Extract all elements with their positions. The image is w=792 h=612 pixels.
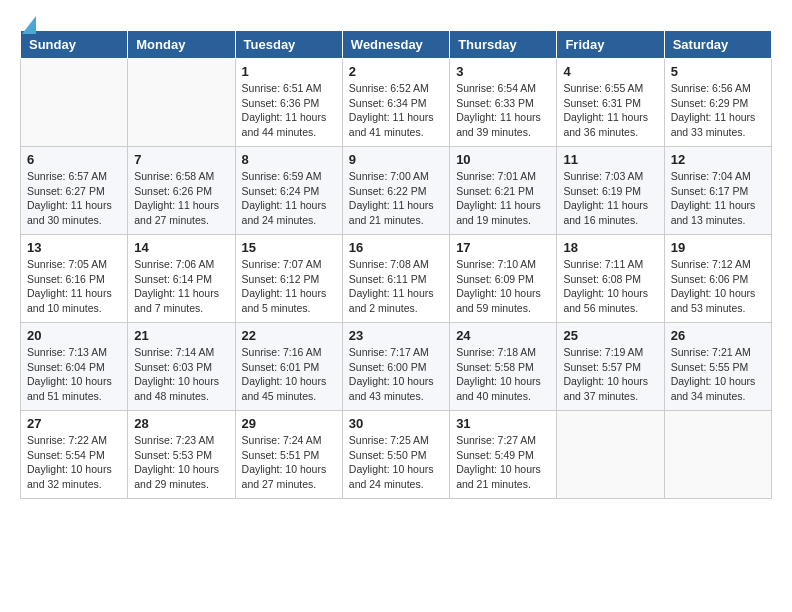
day-number: 24 <box>456 328 550 343</box>
day-number: 7 <box>134 152 228 167</box>
day-number: 16 <box>349 240 443 255</box>
day-info: Sunrise: 7:12 AM Sunset: 6:06 PM Dayligh… <box>671 257 765 316</box>
day-info: Sunrise: 7:08 AM Sunset: 6:11 PM Dayligh… <box>349 257 443 316</box>
week-row-1: 1Sunrise: 6:51 AM Sunset: 6:36 PM Daylig… <box>21 59 772 147</box>
day-info: Sunrise: 6:54 AM Sunset: 6:33 PM Dayligh… <box>456 81 550 140</box>
calendar-cell: 7Sunrise: 6:58 AM Sunset: 6:26 PM Daylig… <box>128 147 235 235</box>
calendar-cell: 18Sunrise: 7:11 AM Sunset: 6:08 PM Dayli… <box>557 235 664 323</box>
day-number: 4 <box>563 64 657 79</box>
calendar-cell: 17Sunrise: 7:10 AM Sunset: 6:09 PM Dayli… <box>450 235 557 323</box>
day-number: 15 <box>242 240 336 255</box>
day-info: Sunrise: 7:22 AM Sunset: 5:54 PM Dayligh… <box>27 433 121 492</box>
day-info: Sunrise: 6:51 AM Sunset: 6:36 PM Dayligh… <box>242 81 336 140</box>
day-info: Sunrise: 7:24 AM Sunset: 5:51 PM Dayligh… <box>242 433 336 492</box>
day-number: 30 <box>349 416 443 431</box>
calendar-cell: 15Sunrise: 7:07 AM Sunset: 6:12 PM Dayli… <box>235 235 342 323</box>
calendar-cell: 20Sunrise: 7:13 AM Sunset: 6:04 PM Dayli… <box>21 323 128 411</box>
day-number: 5 <box>671 64 765 79</box>
calendar-cell: 11Sunrise: 7:03 AM Sunset: 6:19 PM Dayli… <box>557 147 664 235</box>
day-number: 29 <box>242 416 336 431</box>
day-info: Sunrise: 7:14 AM Sunset: 6:03 PM Dayligh… <box>134 345 228 404</box>
calendar-cell: 8Sunrise: 6:59 AM Sunset: 6:24 PM Daylig… <box>235 147 342 235</box>
calendar-cell: 28Sunrise: 7:23 AM Sunset: 5:53 PM Dayli… <box>128 411 235 499</box>
week-row-4: 20Sunrise: 7:13 AM Sunset: 6:04 PM Dayli… <box>21 323 772 411</box>
weekday-header-monday: Monday <box>128 31 235 59</box>
day-info: Sunrise: 7:16 AM Sunset: 6:01 PM Dayligh… <box>242 345 336 404</box>
day-number: 11 <box>563 152 657 167</box>
day-info: Sunrise: 7:06 AM Sunset: 6:14 PM Dayligh… <box>134 257 228 316</box>
day-number: 20 <box>27 328 121 343</box>
calendar-cell: 2Sunrise: 6:52 AM Sunset: 6:34 PM Daylig… <box>342 59 449 147</box>
day-info: Sunrise: 7:17 AM Sunset: 6:00 PM Dayligh… <box>349 345 443 404</box>
calendar-cell: 30Sunrise: 7:25 AM Sunset: 5:50 PM Dayli… <box>342 411 449 499</box>
calendar-cell: 24Sunrise: 7:18 AM Sunset: 5:58 PM Dayli… <box>450 323 557 411</box>
page: SundayMondayTuesdayWednesdayThursdayFrid… <box>0 0 792 515</box>
day-number: 26 <box>671 328 765 343</box>
calendar-cell: 26Sunrise: 7:21 AM Sunset: 5:55 PM Dayli… <box>664 323 771 411</box>
calendar-cell: 12Sunrise: 7:04 AM Sunset: 6:17 PM Dayli… <box>664 147 771 235</box>
weekday-header-friday: Friday <box>557 31 664 59</box>
calendar-cell: 3Sunrise: 6:54 AM Sunset: 6:33 PM Daylig… <box>450 59 557 147</box>
day-number: 23 <box>349 328 443 343</box>
calendar-cell: 10Sunrise: 7:01 AM Sunset: 6:21 PM Dayli… <box>450 147 557 235</box>
day-number: 1 <box>242 64 336 79</box>
calendar-cell: 21Sunrise: 7:14 AM Sunset: 6:03 PM Dayli… <box>128 323 235 411</box>
day-number: 21 <box>134 328 228 343</box>
calendar-cell: 1Sunrise: 6:51 AM Sunset: 6:36 PM Daylig… <box>235 59 342 147</box>
calendar-cell <box>557 411 664 499</box>
calendar-cell: 22Sunrise: 7:16 AM Sunset: 6:01 PM Dayli… <box>235 323 342 411</box>
day-number: 6 <box>27 152 121 167</box>
day-info: Sunrise: 7:00 AM Sunset: 6:22 PM Dayligh… <box>349 169 443 228</box>
calendar-cell <box>128 59 235 147</box>
weekday-header-row: SundayMondayTuesdayWednesdayThursdayFrid… <box>21 31 772 59</box>
day-number: 9 <box>349 152 443 167</box>
day-number: 8 <box>242 152 336 167</box>
weekday-header-wednesday: Wednesday <box>342 31 449 59</box>
weekday-header-saturday: Saturday <box>664 31 771 59</box>
day-number: 31 <box>456 416 550 431</box>
day-info: Sunrise: 7:10 AM Sunset: 6:09 PM Dayligh… <box>456 257 550 316</box>
day-number: 28 <box>134 416 228 431</box>
calendar-cell: 13Sunrise: 7:05 AM Sunset: 6:16 PM Dayli… <box>21 235 128 323</box>
day-number: 25 <box>563 328 657 343</box>
day-info: Sunrise: 7:11 AM Sunset: 6:08 PM Dayligh… <box>563 257 657 316</box>
day-info: Sunrise: 7:18 AM Sunset: 5:58 PM Dayligh… <box>456 345 550 404</box>
weekday-header-tuesday: Tuesday <box>235 31 342 59</box>
day-info: Sunrise: 7:25 AM Sunset: 5:50 PM Dayligh… <box>349 433 443 492</box>
calendar-cell: 5Sunrise: 6:56 AM Sunset: 6:29 PM Daylig… <box>664 59 771 147</box>
day-info: Sunrise: 6:55 AM Sunset: 6:31 PM Dayligh… <box>563 81 657 140</box>
day-info: Sunrise: 7:03 AM Sunset: 6:19 PM Dayligh… <box>563 169 657 228</box>
weekday-header-sunday: Sunday <box>21 31 128 59</box>
calendar-cell <box>21 59 128 147</box>
day-info: Sunrise: 6:58 AM Sunset: 6:26 PM Dayligh… <box>134 169 228 228</box>
day-info: Sunrise: 7:19 AM Sunset: 5:57 PM Dayligh… <box>563 345 657 404</box>
week-row-3: 13Sunrise: 7:05 AM Sunset: 6:16 PM Dayli… <box>21 235 772 323</box>
calendar: SundayMondayTuesdayWednesdayThursdayFrid… <box>20 30 772 499</box>
day-number: 12 <box>671 152 765 167</box>
day-number: 19 <box>671 240 765 255</box>
day-info: Sunrise: 7:05 AM Sunset: 6:16 PM Dayligh… <box>27 257 121 316</box>
day-number: 2 <box>349 64 443 79</box>
weekday-header-thursday: Thursday <box>450 31 557 59</box>
calendar-cell: 19Sunrise: 7:12 AM Sunset: 6:06 PM Dayli… <box>664 235 771 323</box>
calendar-cell: 16Sunrise: 7:08 AM Sunset: 6:11 PM Dayli… <box>342 235 449 323</box>
day-number: 18 <box>563 240 657 255</box>
day-number: 14 <box>134 240 228 255</box>
day-number: 10 <box>456 152 550 167</box>
day-info: Sunrise: 6:52 AM Sunset: 6:34 PM Dayligh… <box>349 81 443 140</box>
header <box>20 16 772 18</box>
day-info: Sunrise: 7:01 AM Sunset: 6:21 PM Dayligh… <box>456 169 550 228</box>
day-info: Sunrise: 6:59 AM Sunset: 6:24 PM Dayligh… <box>242 169 336 228</box>
day-info: Sunrise: 7:27 AM Sunset: 5:49 PM Dayligh… <box>456 433 550 492</box>
calendar-cell: 29Sunrise: 7:24 AM Sunset: 5:51 PM Dayli… <box>235 411 342 499</box>
day-info: Sunrise: 7:07 AM Sunset: 6:12 PM Dayligh… <box>242 257 336 316</box>
calendar-cell: 23Sunrise: 7:17 AM Sunset: 6:00 PM Dayli… <box>342 323 449 411</box>
day-info: Sunrise: 7:04 AM Sunset: 6:17 PM Dayligh… <box>671 169 765 228</box>
day-number: 17 <box>456 240 550 255</box>
day-info: Sunrise: 6:57 AM Sunset: 6:27 PM Dayligh… <box>27 169 121 228</box>
day-number: 27 <box>27 416 121 431</box>
calendar-cell <box>664 411 771 499</box>
day-info: Sunrise: 7:13 AM Sunset: 6:04 PM Dayligh… <box>27 345 121 404</box>
day-info: Sunrise: 7:23 AM Sunset: 5:53 PM Dayligh… <box>134 433 228 492</box>
day-number: 13 <box>27 240 121 255</box>
